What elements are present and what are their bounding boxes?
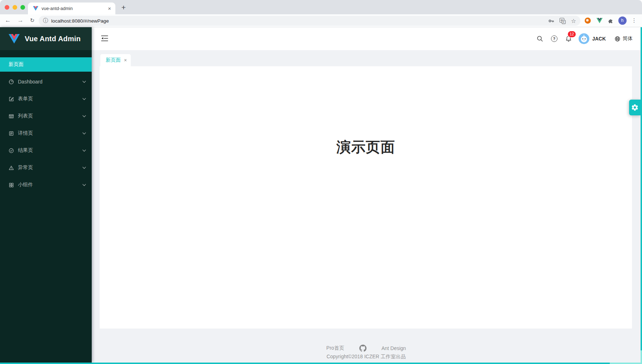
vue-logo-icon xyxy=(9,34,20,44)
sidebar-item-label: Dashboard xyxy=(18,79,43,85)
url-text[interactable]: localhost:8080/#/newPage xyxy=(51,18,109,24)
content-card: 演示页面 xyxy=(100,66,632,329)
page-tab-label: 新页面 xyxy=(106,57,121,63)
window-close-button[interactable] xyxy=(5,5,9,10)
chevron-down-icon xyxy=(82,98,86,100)
sidebar-menu: 新页面 Dashboard xyxy=(0,50,92,192)
reload-icon[interactable]: ↻ xyxy=(28,16,37,25)
sidebar-item-label: 结果页 xyxy=(18,147,33,154)
browser-tab-close-icon[interactable]: × xyxy=(107,6,112,11)
notification-bell-icon[interactable]: 12 xyxy=(561,27,576,50)
extension-orange-icon[interactable] xyxy=(583,16,592,25)
forward-icon[interactable]: → xyxy=(16,16,25,25)
omnibox-actions: G 文 ☆ xyxy=(548,16,576,26)
translate-icon[interactable]: G 文 xyxy=(560,18,566,24)
dashboard-icon xyxy=(9,79,14,85)
search-icon[interactable] xyxy=(533,27,547,50)
header-actions: ? 12 xyxy=(533,27,641,50)
gear-icon xyxy=(631,104,639,111)
language-switcher[interactable]: 简体 xyxy=(614,35,633,42)
username[interactable]: JACK xyxy=(592,36,606,42)
language-label: 简体 xyxy=(623,35,633,42)
extensions-puzzle-icon[interactable] xyxy=(607,16,615,25)
screen: vue-antd-admin × + ← → ↻ ⓘ localhost:808… xyxy=(0,0,642,364)
sidebar-item-label: 小组件 xyxy=(18,182,33,188)
vue-devtools-icon[interactable] xyxy=(595,16,604,25)
app-header: ? 12 xyxy=(92,27,641,50)
app-title: Vue Antd Admin xyxy=(25,35,81,43)
window-minimize-button[interactable] xyxy=(13,5,17,10)
chevron-down-icon xyxy=(82,167,86,169)
page-tabbar: 新页面 × xyxy=(92,50,641,66)
browser-toolbar: ← → ↻ ⓘ localhost:8080/#/newPage xyxy=(0,14,642,27)
help-icon[interactable]: ? xyxy=(547,27,561,50)
browser-menu-icon[interactable]: ⋮ xyxy=(630,16,638,25)
sidebar-item-details[interactable]: 详情页 xyxy=(0,126,92,140)
menu-fold-icon[interactable] xyxy=(101,35,108,42)
appstore-icon xyxy=(9,182,14,188)
browser-tab-title: vue-antd-admin xyxy=(42,6,107,11)
app-viewport: Vue Antd Admin 新页面 Dashboard xyxy=(0,27,642,364)
chevron-down-icon xyxy=(82,132,86,135)
sidebar-item-dashboard[interactable]: Dashboard xyxy=(0,75,92,89)
chevron-down-icon xyxy=(82,115,86,118)
github-icon[interactable] xyxy=(359,345,366,352)
sidebar-item-label: 异常页 xyxy=(18,164,33,171)
page-info-icon[interactable]: ⓘ xyxy=(43,18,48,24)
browser-profile-avatar[interactable]: h xyxy=(618,16,627,25)
new-tab-button[interactable]: + xyxy=(119,3,128,12)
sidebar-item-label: 详情页 xyxy=(18,130,33,136)
window-zoom-button[interactable] xyxy=(20,5,25,10)
sidebar-item-exceptions[interactable]: 异常页 xyxy=(0,161,92,175)
sidebar-item-widgets[interactable]: 小组件 xyxy=(0,178,92,192)
browser-chrome: vue-antd-admin × + ← → ↻ ⓘ localhost:808… xyxy=(0,0,642,27)
chevron-down-icon xyxy=(82,184,86,186)
footer-link-pro-home[interactable]: Pro首页 xyxy=(326,345,344,351)
address-bar[interactable]: ⓘ localhost:8080/#/newPage G 文 xyxy=(39,16,580,26)
sidebar-item-newpage[interactable]: 新页面 xyxy=(0,57,92,72)
sidebar-item-label: 表单页 xyxy=(18,96,33,102)
accent-edge-bottom xyxy=(0,363,642,364)
sidebar-item-lists[interactable]: 列表页 xyxy=(0,109,92,123)
profile-detail-icon xyxy=(9,131,14,136)
sidebar-item-forms[interactable]: 表单页 xyxy=(0,92,92,106)
chevron-down-icon xyxy=(82,149,86,152)
sidebar-item-results[interactable]: 结果页 xyxy=(0,143,92,158)
password-key-icon[interactable] xyxy=(548,18,554,24)
sidebar: Vue Antd Admin 新页面 Dashboard xyxy=(0,27,92,363)
notification-badge: 12 xyxy=(568,31,576,37)
help-glyph: ? xyxy=(553,37,556,41)
theme-settings-button[interactable] xyxy=(629,100,641,115)
footer-links: Pro首页 Ant Design xyxy=(92,345,641,352)
vue-favicon xyxy=(33,6,38,11)
footer-copyright: Copyright©2018 ICZER 工作室出品 xyxy=(92,354,641,362)
sidebar-item-label: 列表页 xyxy=(18,113,33,119)
globe-icon xyxy=(614,36,621,42)
check-circle-icon xyxy=(9,148,14,153)
translate-wen: 文 xyxy=(562,20,566,24)
footer-link-ant-design[interactable]: Ant Design xyxy=(382,345,406,351)
chevron-down-icon xyxy=(82,81,86,83)
form-edit-icon xyxy=(9,96,14,102)
browser-tab[interactable]: vue-antd-admin × xyxy=(28,3,115,14)
app-footer: Pro首页 Ant Design Copyright©2018 ICZER 工作… xyxy=(92,345,641,362)
main-area: ? 12 xyxy=(92,27,641,363)
warning-triangle-icon xyxy=(9,165,14,171)
bookmark-star-icon[interactable]: ☆ xyxy=(571,18,576,24)
accent-edge-right xyxy=(641,27,642,364)
app-logo[interactable]: Vue Antd Admin xyxy=(0,27,92,50)
page-tab-newpage[interactable]: 新页面 × xyxy=(100,54,131,66)
page-title: 演示页面 xyxy=(100,66,632,157)
user-avatar[interactable] xyxy=(579,33,589,44)
tab-close-icon[interactable]: × xyxy=(124,58,127,63)
back-icon[interactable]: ← xyxy=(4,16,12,25)
browser-tabstrip: vue-antd-admin × + xyxy=(0,0,642,14)
table-icon xyxy=(9,114,14,119)
sidebar-item-label: 新页面 xyxy=(9,61,24,68)
